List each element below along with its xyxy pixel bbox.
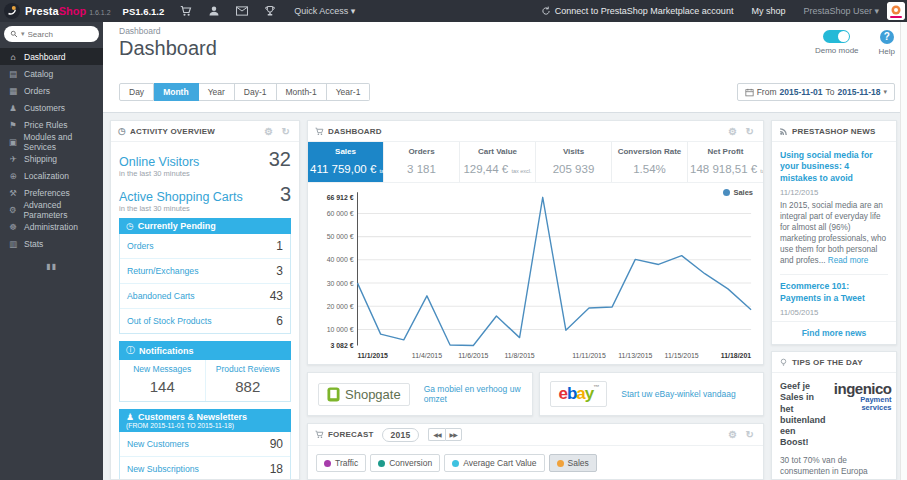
scrollbar[interactable] — [900, 22, 907, 480]
mail-icon[interactable] — [236, 5, 248, 17]
rss-icon — [779, 127, 788, 136]
sidebar-item-shipping[interactable]: ✈Shipping — [0, 150, 103, 167]
sidebar-item-orders[interactable]: ▦Orders — [0, 82, 103, 99]
avatar[interactable] — [887, 2, 905, 20]
refresh-icon[interactable]: ↻ — [279, 126, 292, 137]
wrench-icon: ⚒ — [8, 188, 18, 198]
brand-name: PrestaShop 1.6.1.2 — [25, 5, 111, 17]
customer-icon[interactable] — [208, 5, 220, 17]
pending-orders-link[interactable]: Orders — [127, 241, 154, 251]
bar-chart-icon: ▥ — [8, 239, 18, 249]
tips-body-text: 30 tot 70% van de consumenten in Europa … — [780, 455, 888, 480]
sidebar-item-administration[interactable]: ☸Administration — [0, 218, 103, 235]
refresh-icon[interactable]: ↻ — [743, 126, 756, 137]
settings-icon[interactable]: ⚙ — [726, 126, 739, 137]
search-input[interactable] — [28, 30, 93, 39]
sidebar-item-stats[interactable]: ▥Stats — [0, 235, 103, 252]
customers-table: New Customers90 New Subscriptions18 Tota… — [119, 432, 291, 480]
online-visitors-sub: in the last 30 minutes — [119, 169, 291, 178]
toggle-sales[interactable]: Sales — [549, 454, 597, 472]
kpi-cart-value[interactable]: Cart Value 129,44 € tax excl. — [460, 142, 536, 182]
kpi-conversion-rate[interactable]: Conversion Rate 1.54% — [612, 142, 688, 182]
toggle-average-cart-value[interactable]: Average Cart Value — [444, 454, 544, 472]
news-article-title[interactable]: Using social media for your business: 4 … — [780, 150, 888, 184]
sidebar-item-advanced-parameters[interactable]: ⚙Advanced Parameters — [0, 201, 103, 218]
shopgate-link[interactable]: Ga mobiel en verhoog uw omzet — [424, 384, 522, 404]
shopgate-banner[interactable]: Shopgate Ga mobiel en verhoog uw omzet — [307, 372, 533, 416]
sidebar-item-modules[interactable]: ▣Modules and Services — [0, 133, 103, 150]
search-scope-caret-icon[interactable]: ▾ — [21, 30, 25, 38]
svg-text:66 912 €: 66 912 € — [327, 194, 354, 201]
news-article-date: 11/12/2015 — [780, 188, 888, 197]
news-article-date: 11/05/2015 — [780, 308, 888, 317]
pending-returns-link[interactable]: Return/Exchanges — [127, 266, 198, 276]
find-more-news-link[interactable]: Find more news — [772, 321, 896, 344]
sidebar-item-dashboard[interactable]: ⌂Dashboard — [0, 48, 103, 65]
legend-sales[interactable]: Sales — [723, 188, 753, 197]
kpi-sales[interactable]: Sales 411 759,00 € tax excl. — [308, 142, 384, 182]
online-visitors-link[interactable]: Online Visitors — [119, 155, 199, 169]
range-year-button[interactable]: Year — [199, 83, 235, 101]
prestashop-logo-icon — [4, 3, 20, 19]
chevron-down-icon: ▾ — [351, 6, 356, 16]
toggle-traffic[interactable]: Traffic — [316, 454, 366, 472]
demo-mode-toggle[interactable] — [823, 30, 850, 43]
range-month-1-button[interactable]: Month-1 — [277, 83, 327, 101]
product-reviews-cell[interactable]: Product Reviews 882 — [205, 360, 291, 401]
range-year-1-button[interactable]: Year-1 — [327, 83, 371, 101]
sidebar-item-price-rules[interactable]: ⚑Price Rules — [0, 116, 103, 133]
cogs-icon: ⚙ — [8, 205, 17, 215]
range-day-button[interactable]: Day — [119, 83, 154, 101]
trophy-icon[interactable] — [264, 5, 276, 17]
range-month-button[interactable]: Month — [154, 83, 199, 101]
marketplace-link[interactable]: Connect to PrestaShop Marketplace accoun… — [541, 6, 734, 16]
user-menu[interactable]: PrestaShop User ▾ — [803, 6, 879, 16]
sidebar-item-catalog[interactable]: ▤Catalog — [0, 65, 103, 82]
settings-icon[interactable]: ⚙ — [262, 126, 275, 137]
toggle-conversion[interactable]: Conversion — [370, 454, 440, 472]
admin-gear-icon: ☸ — [8, 222, 18, 232]
sales-dot-icon — [557, 460, 564, 467]
ebay-banner[interactable]: ebay™ Start uw eBay-winkel vandaag — [539, 372, 765, 416]
traffic-dot-icon — [324, 460, 331, 467]
kpi-visits[interactable]: Visits 205 939 — [536, 142, 612, 182]
settings-icon[interactable]: ⚙ — [726, 429, 739, 440]
pending-abandoned-carts-link[interactable]: Abandoned Carts — [127, 291, 195, 301]
cart-icon[interactable] — [180, 5, 192, 17]
refresh-icon[interactable]: ↻ — [743, 429, 756, 440]
read-more-link[interactable]: Read more — [828, 256, 869, 265]
new-subscriptions-link[interactable]: New Subscriptions — [127, 464, 199, 474]
forecast-toggles: Traffic Conversion Average Cart Value Sa… — [308, 446, 763, 480]
kpi-net-profit[interactable]: Net Profit 148 918,51 € tax excl. — [688, 142, 763, 182]
breadcrumb: Dashboard — [119, 26, 217, 36]
ps-version: PS1.6.1.2 — [123, 6, 165, 17]
range-day-1-button[interactable]: Day-1 — [235, 83, 277, 101]
sidebar-collapse-button[interactable]: ▮▮ — [0, 262, 103, 271]
new-customers-link[interactable]: New Customers — [127, 439, 189, 449]
online-visitors-value: 32 — [269, 148, 291, 171]
sidebar-item-localization[interactable]: ⊕Localization — [0, 167, 103, 184]
quick-access-menu[interactable]: Quick Access ▾ — [294, 6, 355, 16]
pending-table: Orders1 Return/Exchanges3 Abandoned Cart… — [119, 234, 291, 334]
date-range-picker-button[interactable]: From2015-11-01 To2015-11-18 ▾ — [737, 83, 895, 101]
cart-icon — [315, 430, 324, 439]
conversion-dot-icon — [378, 460, 385, 467]
table-row: New Customers90 — [120, 432, 290, 457]
prev-year-button[interactable]: ◀◀ — [428, 428, 444, 441]
new-messages-cell[interactable]: New Messages 144 — [120, 360, 205, 401]
shopgate-logo: Shopgate — [318, 383, 410, 406]
pending-out-of-stock-link[interactable]: Out of Stock Products — [127, 316, 212, 326]
currently-pending-header: ◷ Currently Pending — [119, 218, 291, 234]
help-button[interactable]: ? — [880, 30, 894, 44]
kpi-orders[interactable]: Orders 3 181 — [384, 142, 460, 182]
search-box[interactable]: ▾ — [4, 26, 99, 42]
gauge-icon: ⌂ — [8, 52, 18, 62]
news-article-title[interactable]: Ecommerce 101: Payments in a Tweet — [780, 281, 888, 304]
my-shop-link[interactable]: My shop — [751, 6, 785, 16]
next-year-button[interactable]: ▶▶ — [445, 428, 462, 441]
table-row: Out of Stock Products6 — [120, 309, 290, 333]
sidebar-item-customers[interactable]: ♟Customers — [0, 99, 103, 116]
active-carts-link[interactable]: Active Shopping Carts — [119, 190, 243, 204]
ebay-link[interactable]: Start uw eBay-winkel vandaag — [621, 389, 735, 399]
sidebar-item-preferences[interactable]: ⚒Preferences — [0, 184, 103, 201]
